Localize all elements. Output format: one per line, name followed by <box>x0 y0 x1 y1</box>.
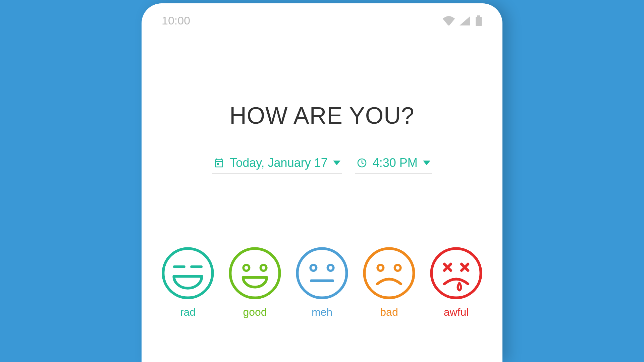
date-picker-label: Today, January 17 <box>230 156 328 170</box>
mood-option-bad[interactable]: bad <box>362 246 416 318</box>
mood-option-meh[interactable]: meh <box>295 246 349 318</box>
cellular-icon <box>460 16 470 25</box>
mood-selector: rad good meh <box>158 246 486 318</box>
headline: HOW ARE YOU? <box>158 102 486 129</box>
mood-label: bad <box>380 306 398 318</box>
svg-point-21 <box>431 248 481 298</box>
mood-option-rad[interactable]: rad <box>161 246 215 318</box>
svg-point-12 <box>244 265 250 271</box>
svg-point-8 <box>163 248 212 298</box>
status-icons <box>443 15 482 26</box>
face-bad-icon <box>362 246 416 300</box>
time-picker[interactable]: 4:30 PM <box>355 154 432 174</box>
svg-marker-5 <box>333 161 340 165</box>
svg-point-18 <box>364 248 414 298</box>
chevron-down-icon <box>333 161 340 165</box>
svg-marker-7 <box>423 161 430 165</box>
svg-point-13 <box>261 265 267 271</box>
mood-option-awful[interactable]: awful <box>429 246 483 318</box>
wifi-icon <box>443 16 455 25</box>
face-meh-icon <box>295 246 349 300</box>
calendar-icon <box>214 158 224 168</box>
face-good-icon <box>228 246 282 300</box>
datetime-pickers: Today, January 17 4:30 PM <box>158 154 486 174</box>
svg-marker-2 <box>460 16 470 25</box>
clock-icon <box>357 158 367 168</box>
mood-option-good[interactable]: good <box>228 246 282 318</box>
mood-label: awful <box>444 306 469 318</box>
status-bar: 10:00 <box>158 13 486 27</box>
date-picker[interactable]: Today, January 17 <box>212 154 342 174</box>
chevron-down-icon <box>423 161 430 165</box>
status-time: 10:00 <box>162 14 190 27</box>
phone-frame: 10:00 HOW ARE YOU? Today, January 17 <box>142 3 502 362</box>
svg-point-15 <box>311 265 317 271</box>
svg-point-16 <box>328 265 334 271</box>
battery-icon <box>475 15 482 26</box>
face-awful-icon <box>429 246 483 300</box>
time-picker-label: 4:30 PM <box>373 156 418 170</box>
face-rad-icon <box>161 246 215 300</box>
mood-label: meh <box>312 306 332 318</box>
svg-point-11 <box>230 248 279 298</box>
mood-label: rad <box>180 306 196 318</box>
svg-rect-3 <box>477 15 480 17</box>
mood-label: good <box>243 306 267 318</box>
svg-point-14 <box>297 248 346 298</box>
svg-point-19 <box>378 265 384 271</box>
svg-rect-4 <box>476 17 482 26</box>
svg-point-20 <box>395 265 401 271</box>
